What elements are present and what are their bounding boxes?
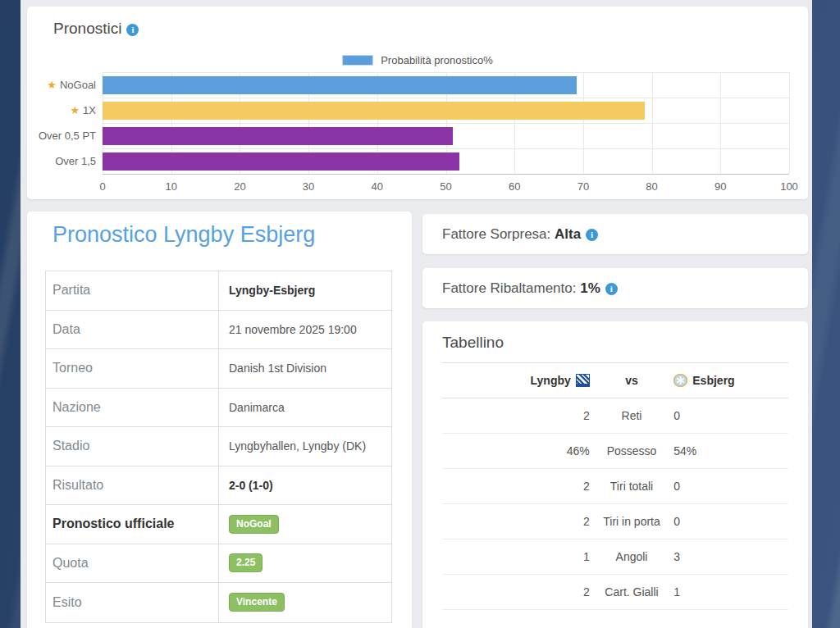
star-icon: ★ xyxy=(47,79,57,91)
surprise-factor-text: Fattore Sorpresa: Altai xyxy=(442,226,598,243)
table-row: NazioneDanimarca xyxy=(46,389,391,428)
x-tick-label: 0 xyxy=(99,180,105,193)
status-badge: 2.25 xyxy=(229,553,262,572)
legend-label: Probabilità pronostico% xyxy=(381,54,493,66)
tabellino-card: Tabellino Lyngby vs xyxy=(422,321,808,628)
row-value: Danimarca xyxy=(219,401,285,414)
info-icon[interactable]: i xyxy=(586,229,598,241)
status-badge: Vincente xyxy=(229,593,285,612)
predictions-chart-card: Pronosticii Probabilità pronostico% ★NoG… xyxy=(27,7,808,199)
away-stat-value: 0 xyxy=(667,515,788,528)
away-team-name: Esbjerg xyxy=(692,374,734,387)
chart-legend: Probabilità pronostico% xyxy=(27,54,808,66)
table-row: TorneoDanish 1st Division xyxy=(46,349,391,389)
x-tick-label: 20 xyxy=(234,180,245,193)
x-tick-label: 40 xyxy=(372,180,383,193)
stat-label: Tiri totali xyxy=(596,480,668,493)
row-label: Esito xyxy=(46,583,219,622)
tabellino-title: Tabellino xyxy=(442,334,504,352)
comeback-factor-value: 1% xyxy=(580,280,600,296)
lyngby-logo-icon xyxy=(576,374,590,387)
chart-category-label: Over 1,5 xyxy=(27,148,96,174)
gridline xyxy=(103,98,789,98)
stat-row: 2Reti0 xyxy=(442,398,788,434)
chart-bar-over-1-5 xyxy=(103,152,459,171)
stat-row: 2Tiri in porta0 xyxy=(442,504,788,539)
away-stat-value: 3 xyxy=(667,550,788,563)
page-content: Pronosticii Probabilità pronostico% ★NoG… xyxy=(21,0,812,628)
home-stat-value: 1 xyxy=(442,550,596,563)
comeback-factor-card: Fattore Ribaltamento: 1%i xyxy=(422,268,808,308)
chart-category-labels: ★NoGoal★1XOver 0,5 PTOver 1,5 xyxy=(27,72,96,174)
gridline xyxy=(789,72,790,174)
star-icon: ★ xyxy=(70,104,80,116)
stat-label: Possesso xyxy=(596,444,668,457)
stat-row: 2Cart. Gialli1 xyxy=(442,575,788,610)
x-tick-label: 90 xyxy=(714,180,726,193)
match-prediction-card: Pronostico Lyngby Esbjerg PartitaLyngby-… xyxy=(27,212,412,628)
match-title: Pronostico Lyngby Esbjerg xyxy=(52,222,315,248)
home-stat-value: 2 xyxy=(442,409,596,422)
x-tick-label: 10 xyxy=(165,180,176,193)
away-stat-value: 0 xyxy=(667,480,788,493)
chart-bar-1x xyxy=(103,102,645,120)
stat-label: Cart. Gialli xyxy=(596,585,668,598)
x-tick-label: 60 xyxy=(509,180,520,193)
row-label: Data xyxy=(46,311,219,349)
row-value: 21 novembre 2025 19:00 xyxy=(219,323,357,336)
chart-category-label: Over 0,5 PT xyxy=(27,123,96,148)
stat-row: 46%Possesso54% xyxy=(442,434,788,469)
surprise-factor-value: Alta xyxy=(555,226,581,242)
table-row: StadioLyngbyhallen, Lyngby (DK) xyxy=(46,427,391,466)
row-label: Torneo xyxy=(46,349,219,388)
row-label: Pronostico ufficiale xyxy=(46,505,219,544)
table-row: EsitoVincente xyxy=(46,583,391,622)
tabellino-rows: 2Reti046%Possesso54%2Tiri totali02Tiri i… xyxy=(442,398,788,610)
away-stat-value: 1 xyxy=(667,585,788,598)
surprise-factor-card: Fattore Sorpresa: Altai xyxy=(422,214,808,254)
gridline xyxy=(103,148,789,149)
home-stat-value: 2 xyxy=(442,480,596,493)
vs-label: vs xyxy=(596,374,668,387)
tabellino-header-row: Lyngby vs Esbjerg xyxy=(442,363,788,398)
stat-label: Tiri in porta xyxy=(596,515,668,528)
row-label: Risultato xyxy=(46,466,219,505)
info-icon[interactable]: i xyxy=(605,283,618,295)
away-stat-value: 54% xyxy=(667,444,788,457)
x-tick-label: 70 xyxy=(578,180,589,193)
predictions-title: Pronosticii xyxy=(53,20,139,38)
stat-row: 2Tiri totali0 xyxy=(442,469,788,504)
home-stat-value: 2 xyxy=(442,515,596,528)
table-row: Data21 novembre 2025 19:00 xyxy=(46,311,391,350)
row-label: Partita xyxy=(46,271,219,310)
surprise-factor-label: Fattore Sorpresa: xyxy=(442,226,555,242)
x-tick-label: 30 xyxy=(303,180,314,193)
legend-swatch xyxy=(342,55,373,66)
away-team-header: Esbjerg xyxy=(667,374,788,387)
x-tick-label: 50 xyxy=(440,180,451,193)
chart-plot xyxy=(103,72,789,174)
table-row: Risultato2-0 (1-0) xyxy=(46,466,391,506)
row-value: Lyngbyhallen, Lyngby (DK) xyxy=(219,439,366,453)
table-row: PartitaLyngby-Esbjerg xyxy=(46,271,391,311)
x-tick-label: 100 xyxy=(780,180,798,193)
comeback-factor-text: Fattore Ribaltamento: 1%i xyxy=(442,280,618,297)
info-icon[interactable]: i xyxy=(126,24,139,36)
x-tick-label: 80 xyxy=(646,180,657,193)
home-stat-value: 2 xyxy=(442,585,596,598)
chart-category-label: ★1X xyxy=(27,98,96,123)
chart-bar-nogoal xyxy=(103,76,577,94)
gridline xyxy=(103,72,789,73)
stat-label: Angoli xyxy=(596,550,668,563)
match-detail-table: PartitaLyngby-EsbjergData21 novembre 202… xyxy=(45,271,392,623)
row-value: 2-0 (1-0) xyxy=(219,479,273,492)
row-label: Quota xyxy=(46,544,219,583)
home-stat-value: 46% xyxy=(442,444,596,457)
stat-label: Reti xyxy=(596,409,668,422)
table-row: Quota2.25 xyxy=(46,544,391,584)
home-team-name: Lyngby xyxy=(531,374,571,387)
home-team-header: Lyngby xyxy=(442,374,596,387)
away-stat-value: 0 xyxy=(667,409,788,422)
comeback-factor-label: Fattore Ribaltamento: xyxy=(442,280,580,296)
gridline xyxy=(103,123,789,124)
